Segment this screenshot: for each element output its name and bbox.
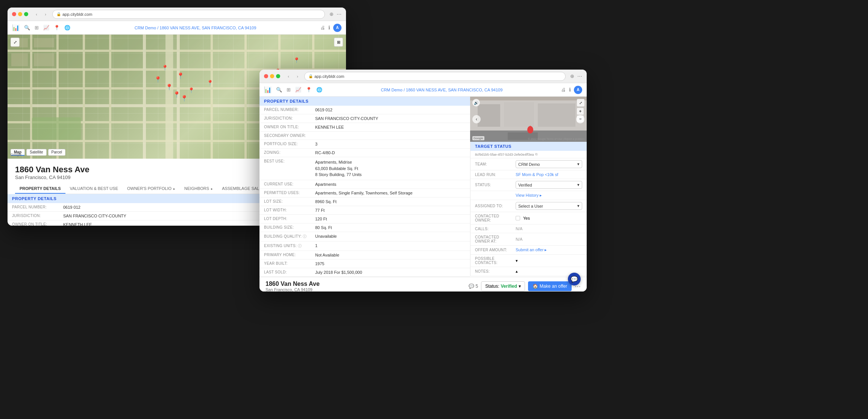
svg-rect-7 <box>56 35 59 159</box>
map-pin-3[interactable]: 📍 <box>181 95 188 102</box>
front-detail-currentuse: CURRENT USE: Apartments <box>259 180 470 189</box>
ts-offer-row: OFFER AMOUNT: Submit an offer ▸ <box>470 246 587 255</box>
front-sv-expand-btn[interactable]: ⤢ <box>577 99 584 106</box>
front-details-table: PARCEL NUMBER: 0619 012 JURISDICTION: SA… <box>259 106 470 277</box>
minimize-dot[interactable] <box>18 12 22 16</box>
detail-row-parcel: PARCEL NUMBER: 0619 012 <box>8 203 263 212</box>
front-lock-icon: 🔒 <box>308 74 313 78</box>
front-right-col: ⤢ 🔊 ‹ › © 2022 Google Terms of Use | Rep… <box>470 97 587 277</box>
tab-valuation[interactable]: VALUATION & BEST USE <box>65 184 123 194</box>
bottom-status-button[interactable]: Status: Verified ▾ <box>481 281 525 291</box>
chat-bubble-button[interactable]: 💬 <box>568 273 581 285</box>
sv-zoom-out-btn[interactable]: − <box>577 115 584 122</box>
front-info-icon[interactable]: ℹ <box>569 87 571 93</box>
front-search-icon[interactable]: 🔍 <box>276 87 282 93</box>
front-bookmark-icon[interactable]: ⊕ <box>570 73 574 79</box>
assigned-to-select[interactable]: Select a User ▾ <box>516 202 582 210</box>
front-crm-demo-link[interactable]: CRM Demo <box>381 88 402 92</box>
back-address-bar[interactable]: 🔒 app.citybldr.com <box>52 10 325 19</box>
front-browser-window: ‹ › 🔒 app.citybldr.com ⊕ ⋯ 📊 🔍 ⊞ 📈 📍 🌐 C… <box>259 70 587 291</box>
detail-row-jurisdiction: JURISDICTION: SAN FRANCISCO CITY-COUNTY <box>8 212 263 220</box>
back-address-sub: San Francisco, CA 94109 <box>15 175 90 180</box>
bar-chart-icon[interactable]: 📈 <box>43 25 49 30</box>
front-bar-chart-icon[interactable]: 📈 <box>295 87 301 93</box>
make-offer-button[interactable]: 🏠 Make an offer <box>528 281 572 291</box>
target-status-id: 8cf9d1b5-5fae-4f37-b2d3-2efe0e4ff3ea <box>475 153 534 156</box>
svg-rect-34 <box>504 102 534 127</box>
bookmark-icon[interactable]: ⊕ <box>329 11 334 17</box>
front-printer-icon[interactable]: 🖨 <box>561 87 566 93</box>
bottom-address-info: 1860 Van Ness Ave San Francisco, CA 9410… <box>266 281 320 291</box>
search-icon[interactable]: 🔍 <box>24 25 30 30</box>
map-grid-button[interactable]: ⊞ <box>334 38 343 47</box>
front-user-avatar[interactable]: A <box>574 86 582 94</box>
front-menu-icon[interactable]: ⋯ <box>577 73 582 79</box>
submit-offer-link[interactable]: Submit an offer ▸ <box>516 247 547 252</box>
detail-row-owner: OWNER ON TITLE: KENNETH LEE <box>8 220 263 226</box>
contacted-owner-checkbox[interactable] <box>516 216 520 220</box>
svg-rect-19 <box>11 53 28 66</box>
map-pin-orange-1[interactable]: 📍 <box>162 65 168 71</box>
target-status-id-row: 8cf9d1b5-5fae-4f37-b2d3-2efe0e4ff3ea ⧉ <box>470 151 587 158</box>
map-pin-6[interactable]: 📍 <box>188 87 194 93</box>
maximize-dot[interactable] <box>24 12 28 16</box>
map-pin-5[interactable]: 📍 <box>207 80 213 86</box>
notes-field: ▴ <box>516 269 518 274</box>
front-maximize-dot[interactable] <box>276 74 280 78</box>
back-address-name: 1860 Van Ness Ave <box>15 165 90 175</box>
front-detail-bestuse: BEST USE: Apartments, Midrise63,003 Buil… <box>259 157 470 180</box>
back-address-info: 1860 Van Ness Ave San Francisco, CA 9410… <box>15 165 90 180</box>
grid-icon[interactable]: ⊞ <box>35 25 39 30</box>
map-pin-orange-2[interactable]: 📍 <box>293 57 300 63</box>
lead-run-link[interactable]: SF Mom & Pop <10k sf <box>516 172 558 177</box>
globe-icon[interactable]: 🌐 <box>64 25 70 30</box>
tab-property-details[interactable]: PROPERTY DETAILS <box>15 184 65 194</box>
front-address-bar[interactable]: 🔒 app.citybldr.com <box>304 72 566 81</box>
front-forward-button[interactable]: › <box>294 73 301 80</box>
front-detail-owner: OWNER ON TITLE: KENNETH LEE <box>259 123 470 132</box>
front-app-right: 🖨 ℹ A <box>561 86 582 94</box>
front-grid-icon[interactable]: ⊞ <box>287 87 291 93</box>
sv-zoom-in-btn[interactable]: + <box>577 108 584 115</box>
front-street-view: ⤢ 🔊 ‹ › © 2022 Google Terms of Use | Rep… <box>470 97 587 142</box>
front-sv-prev-btn[interactable]: ‹ <box>472 115 481 123</box>
map-pin-2[interactable]: 📍 <box>165 83 173 91</box>
bottom-comment-button[interactable]: 💬 5 <box>469 284 478 289</box>
ts-contacted-row: CONTACTED OWNER: Yes <box>470 212 587 225</box>
map-type-satellite[interactable]: Satellite <box>26 149 47 156</box>
front-minimize-dot[interactable] <box>270 74 274 78</box>
svg-rect-21 <box>34 53 54 66</box>
map-pin-selected[interactable]: 📍 <box>173 91 181 98</box>
user-avatar[interactable]: A <box>333 24 341 32</box>
map-type-parcel[interactable]: Parcel <box>48 149 65 156</box>
sv-zoom-controls: + − <box>577 108 584 122</box>
view-history-link[interactable]: View History ▸ <box>516 193 542 198</box>
map-pin-4[interactable]: 📍 <box>177 72 184 79</box>
crm-demo-link[interactable]: CRM Demo <box>135 26 156 30</box>
back-app-right: 🖨 ℹ A <box>320 24 341 32</box>
back-button[interactable]: ‹ <box>33 11 40 18</box>
tab-neighbors[interactable]: NEIGHBORS ▸ <box>180 184 217 194</box>
info-icon[interactable]: ℹ <box>328 25 330 30</box>
front-close-dot[interactable] <box>264 74 268 78</box>
menu-icon[interactable]: ⋯ <box>337 11 341 17</box>
front-globe-icon[interactable]: 🌐 <box>316 87 322 93</box>
front-sv-copyright: © 2022 Google Terms of Use | Report a pr… <box>528 138 584 140</box>
printer-icon[interactable]: 🖨 <box>320 25 325 30</box>
back-breadcrumb: CRM Demo / 1860 VAN NESS AVE, SAN FRANCI… <box>75 26 316 30</box>
team-select[interactable]: CRM Demo ▾ <box>516 160 582 168</box>
map-pin-1[interactable]: 📍 <box>154 76 162 83</box>
svg-rect-10 <box>143 35 146 159</box>
back-chrome-actions: ⊕ ⋯ <box>329 11 341 17</box>
map-expand-button[interactable]: ⤢ <box>11 38 20 47</box>
front-back-button[interactable]: ‹ <box>285 73 292 80</box>
front-pin-icon[interactable]: 📍 <box>306 87 312 93</box>
front-sv-mic-btn[interactable]: 🔊 <box>472 99 480 106</box>
forward-button[interactable]: › <box>42 11 49 18</box>
copy-id-button[interactable]: ⧉ <box>535 152 537 156</box>
pin-icon[interactable]: 📍 <box>54 25 60 30</box>
tab-owners-portfolio[interactable]: OWNER'S PORTFOLIO ▸ <box>123 184 180 194</box>
front-detail-units: EXISTING UNITS: ⓘ 1 <box>259 241 470 251</box>
status-select[interactable]: Verified ▾ <box>516 181 582 189</box>
close-dot[interactable] <box>12 12 16 16</box>
